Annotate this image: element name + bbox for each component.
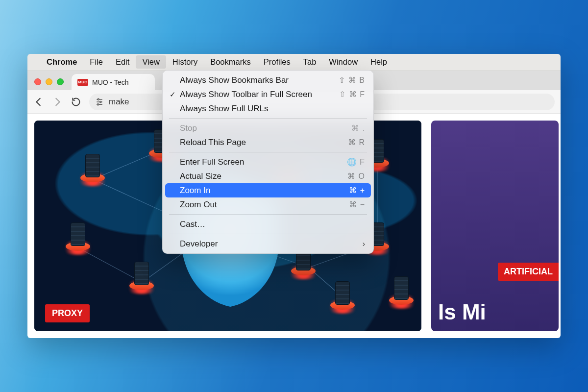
menu-item-enter-full-screen[interactable]: Enter Full Screen🌐 F bbox=[165, 155, 371, 169]
view-menu-dropdown: Always Show Bookmarks Bar⇧ ⌘ B✓Always Sh… bbox=[162, 70, 374, 254]
menu-item-stop: Stop⌘ . bbox=[165, 121, 371, 135]
menu-item-label: Actual Size bbox=[180, 172, 221, 181]
reload-button[interactable] bbox=[71, 97, 81, 107]
fullscreen-window-button[interactable] bbox=[57, 78, 64, 85]
menu-item-shortcut: ⌘ O bbox=[347, 172, 365, 181]
category-badge: PROXY bbox=[45, 304, 90, 322]
check-icon: ✓ bbox=[170, 90, 176, 99]
menu-item-shortcut: 🌐 F bbox=[347, 157, 365, 167]
window-controls bbox=[34, 78, 64, 85]
menu-item-shortcut: ⌘ − bbox=[349, 200, 365, 209]
article-headline: Is Mi bbox=[438, 300, 486, 324]
svg-point-4 bbox=[100, 101, 101, 102]
tab-favicon: MUO bbox=[77, 79, 88, 86]
menu-item-actual-size[interactable]: Actual Size⌘ O bbox=[165, 169, 371, 183]
category-badge: ARTIFICIAL bbox=[498, 263, 559, 281]
menubar-item-view[interactable]: View bbox=[136, 55, 166, 69]
menu-item-label: Stop bbox=[180, 123, 197, 133]
menubar-item-history[interactable]: History bbox=[166, 55, 204, 69]
menu-item-label: Cast… bbox=[180, 220, 205, 229]
menu-item-label: Zoom Out bbox=[180, 200, 217, 210]
menu-item-always-show-toolbar-in-full-screen[interactable]: ✓Always Show Toolbar in Full Screen⇧ ⌘ F bbox=[165, 87, 371, 101]
menu-item-developer[interactable]: Developer› bbox=[165, 237, 371, 251]
svg-point-3 bbox=[98, 98, 99, 100]
menu-item-always-show-bookmarks-bar[interactable]: Always Show Bookmarks Bar⇧ ⌘ B bbox=[165, 73, 371, 87]
menu-item-shortcut: ⌘ R bbox=[348, 138, 365, 147]
menu-item-label: Enter Full Screen bbox=[180, 157, 244, 167]
menu-item-zoom-out[interactable]: Zoom Out⌘ − bbox=[165, 197, 371, 212]
menu-item-cast[interactable]: Cast… bbox=[165, 217, 371, 231]
menu-item-label: Developer bbox=[180, 239, 218, 249]
menu-item-label: Always Show Bookmarks Bar bbox=[180, 75, 289, 85]
screenshot-window: Chrome FileEditViewHistoryBookmarksProfi… bbox=[27, 54, 561, 338]
menu-item-label: Always Show Toolbar in Full Screen bbox=[180, 90, 312, 99]
address-bar-text: make bbox=[109, 97, 129, 107]
menubar-item-tab[interactable]: Tab bbox=[297, 55, 323, 69]
menu-item-reload-this-page[interactable]: Reload This Page⌘ R bbox=[165, 135, 371, 149]
menubar-app-name[interactable]: Chrome bbox=[40, 55, 83, 69]
chevron-right-icon: › bbox=[363, 240, 365, 248]
browser-tab[interactable]: MUO MUO - Tech bbox=[72, 74, 155, 90]
menubar-item-edit[interactable]: Edit bbox=[109, 55, 136, 69]
mac-menubar: Chrome FileEditViewHistoryBookmarksProfi… bbox=[27, 54, 561, 71]
menubar-item-profiles[interactable]: Profiles bbox=[257, 55, 297, 69]
menubar-item-file[interactable]: File bbox=[83, 55, 109, 69]
menubar-item-bookmarks[interactable]: Bookmarks bbox=[204, 55, 257, 69]
back-button[interactable] bbox=[33, 97, 44, 107]
tab-title: MUO - Tech bbox=[92, 78, 128, 86]
menubar-item-help[interactable]: Help bbox=[364, 55, 393, 69]
menu-item-shortcut: ⇧ ⌘ B bbox=[339, 75, 365, 85]
menu-item-label: Zoom In bbox=[180, 186, 210, 196]
menu-item-always-show-full-urls[interactable]: Always Show Full URLs bbox=[165, 101, 371, 116]
svg-point-5 bbox=[98, 103, 99, 105]
forward-button[interactable] bbox=[52, 97, 63, 107]
menu-item-label: Reload This Page bbox=[180, 138, 246, 147]
menu-item-zoom-in[interactable]: Zoom In⌘ + bbox=[165, 183, 371, 197]
menubar-item-window[interactable]: Window bbox=[322, 55, 364, 69]
close-window-button[interactable] bbox=[34, 78, 41, 85]
minimize-window-button[interactable] bbox=[46, 78, 52, 85]
article-card-ai[interactable]: ARTIFICIAL Is Mi bbox=[431, 121, 559, 331]
menu-item-shortcut: ⌘ . bbox=[351, 123, 365, 133]
site-settings-icon bbox=[95, 98, 104, 106]
menu-item-shortcut: ⌘ + bbox=[349, 186, 365, 195]
menu-item-label: Always Show Full URLs bbox=[180, 104, 268, 114]
menu-item-shortcut: ⇧ ⌘ F bbox=[339, 90, 365, 99]
